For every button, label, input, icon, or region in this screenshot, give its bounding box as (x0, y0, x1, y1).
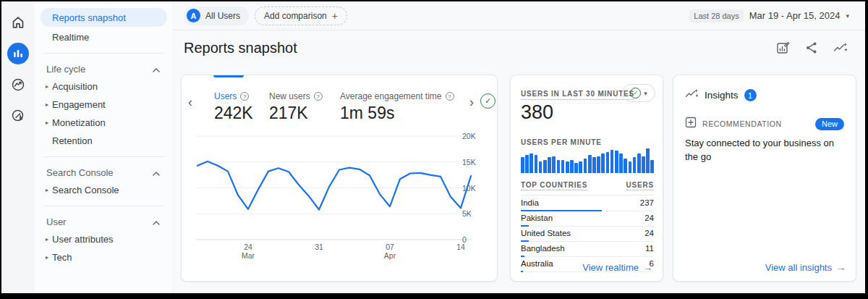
sidebar-item-monetization[interactable]: ▸ Monetization (35, 114, 173, 132)
sidebar-item-acquisition[interactable]: ▸ Acquisition (35, 77, 173, 96)
insights-title: Insights (705, 90, 739, 101)
expand-arrow-icon: ▸ (42, 187, 52, 193)
minute-bar (588, 155, 592, 173)
minute-bar (601, 153, 605, 173)
sidebar-item-tech[interactable]: ▸ Tech (35, 248, 173, 266)
minute-bar (642, 156, 645, 173)
app-window: Reports snapshot Realtime Life cycle ▸ A… (0, 0, 868, 299)
sidebar-item-user-attributes[interactable]: ▸ User attributes (35, 230, 173, 248)
metric-tab-users[interactable]: Users ? 242K (214, 91, 253, 123)
users-per-minute-chart (521, 147, 654, 173)
sidebar-item-label: Reports snapshot (52, 12, 126, 23)
sidebar-item-realtime[interactable]: Realtime (41, 28, 167, 46)
help-icon[interactable]: ? (314, 92, 323, 101)
add-comparison-button[interactable]: Add comparison + (255, 7, 347, 25)
recommendation-text[interactable]: Stay connected to your business on the g… (685, 136, 846, 164)
sidebar-item-search-console[interactable]: ▸ Search Console (35, 181, 173, 199)
chevron-up-icon (153, 216, 160, 227)
table-row: India 237 (521, 196, 654, 211)
minute-bar (633, 157, 637, 173)
minute-bar (529, 153, 533, 173)
minute-bar (561, 160, 565, 173)
metrics-prev-button[interactable]: ‹ (188, 96, 192, 109)
plus-icon: + (332, 10, 338, 22)
metric-value: 1m 59s (340, 104, 454, 123)
sidebar-section-life-cycle[interactable]: Life cycle (35, 60, 173, 77)
x-axis-tick: 24Mar (242, 243, 255, 260)
sidebar-section-user[interactable]: User (35, 213, 173, 230)
minute-bar (552, 156, 556, 173)
minute-bar (548, 157, 551, 173)
minute-bar (610, 150, 614, 173)
minute-bar (525, 155, 529, 173)
users-header: USERS (626, 181, 654, 190)
realtime-card: USERS IN LAST 30 MINUTES ✓ ▾ 380 USERS P… (510, 75, 663, 282)
segment-avatar: A (187, 9, 200, 22)
metric-value: 217K (269, 104, 323, 123)
metrics-next-button[interactable]: › (469, 96, 474, 109)
metric-tab-avg-engagement-time[interactable]: Average engagement time ? 1m 59s (340, 91, 454, 123)
explore-icon[interactable] (7, 74, 29, 96)
date-range-selector[interactable]: Last 28 days Mar 19 - Apr 15, 2024 ▾ (689, 9, 849, 22)
all-users-chip[interactable]: A All Users (184, 7, 249, 25)
insights-card: Insights 1 RECOMMENDATION New Stay conne… (673, 75, 856, 282)
expand-arrow-icon: ▸ (42, 236, 52, 243)
minute-bar (574, 163, 578, 173)
reports-icon[interactable] (7, 43, 29, 64)
minute-bar (584, 159, 587, 173)
realtime-status-dropdown[interactable]: ✓ ▾ (622, 84, 655, 102)
arrow-right-icon: → (643, 262, 652, 273)
advertising-icon[interactable] (7, 105, 29, 127)
home-icon[interactable] (7, 12, 29, 33)
page-header: Reports snapshot (184, 38, 848, 58)
reports-sidebar: Reports snapshot Realtime Life cycle ▸ A… (35, 1, 174, 293)
users-line-chart (196, 136, 472, 240)
main-content: A All Users Add comparison + Last 28 day… (174, 1, 865, 293)
metric-tab-new-users[interactable]: New users ? 217K (269, 91, 323, 123)
sidebar-item-engagement[interactable]: ▸ Engagement (35, 96, 173, 114)
page-title: Reports snapshot (184, 40, 297, 56)
recommendation-label: RECOMMENDATION (702, 119, 782, 128)
minute-bar (566, 161, 569, 173)
minute-bar (646, 148, 650, 173)
check-icon: ✓ (630, 88, 641, 98)
help-icon[interactable]: ? (446, 92, 454, 101)
realtime-users-value: 380 (521, 101, 553, 124)
view-all-insights-link[interactable]: View all insights → (765, 262, 846, 273)
countries-table: India 237 Pakistan 24 United States 24 B… (521, 196, 654, 272)
minute-bar (557, 160, 561, 173)
minute-bar (629, 161, 632, 173)
chevron-down-icon: ▾ (644, 90, 647, 97)
minute-bar (543, 160, 547, 173)
arrow-right-icon: → (836, 262, 846, 273)
x-axis-tick: 31 (315, 243, 323, 251)
insights-count-badge[interactable]: 1 (744, 89, 757, 101)
y-axis-tick: 15K (462, 158, 476, 167)
chevron-down-icon: ▾ (846, 12, 849, 20)
metric-value: 242K (214, 104, 253, 123)
minute-bar (606, 152, 610, 173)
minute-bar (579, 161, 582, 173)
minute-bar (650, 160, 654, 173)
sidebar-item-label: Realtime (52, 32, 89, 43)
sidebar-divider (43, 206, 164, 206)
x-axis-tick: 14 (456, 243, 465, 251)
share-icon[interactable] (804, 41, 819, 55)
chevron-up-icon (153, 167, 160, 178)
data-quality-icon[interactable]: ✓ (480, 93, 495, 109)
minute-bar (570, 160, 574, 173)
selected-metric-indicator (213, 75, 244, 77)
sidebar-item-retention[interactable]: Retention (35, 132, 173, 150)
country-bar (521, 271, 523, 272)
x-axis-tick: 07Apr (384, 243, 396, 260)
table-row: Pakistan 24 (521, 211, 654, 227)
sidebar-item-reports-snapshot[interactable]: Reports snapshot (41, 8, 167, 27)
view-realtime-link[interactable]: View realtime → (582, 262, 652, 273)
help-icon[interactable]: ? (240, 92, 249, 101)
minute-bar (539, 161, 542, 173)
sidebar-section-search-console[interactable]: Search Console (35, 164, 173, 181)
y-axis-tick: 20K (462, 132, 476, 140)
countries-header: TOP COUNTRIES (521, 181, 587, 190)
insights-icon[interactable] (833, 41, 848, 55)
customize-report-icon[interactable] (775, 41, 790, 55)
